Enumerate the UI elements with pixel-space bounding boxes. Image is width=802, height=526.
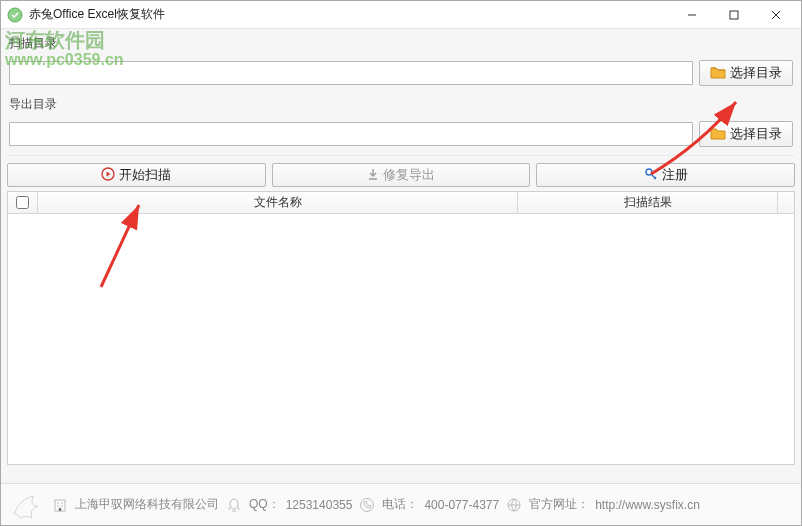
scan-dir-browse-button[interactable]: 选择目录 [699,60,793,86]
column-scan-result[interactable]: 扫描结果 [518,192,778,213]
footer: 上海甲驭网络科技有限公司 QQ： 1253140355 电话： 400-077-… [1,483,801,525]
company-name: 上海甲驭网络科技有限公司 [75,496,219,513]
register-button[interactable]: 注册 [536,163,795,187]
action-bar: 开始扫描 修复导出 注册 [1,159,801,191]
folder-icon [710,65,726,82]
scan-dir-label: 扫描目录 [1,33,801,56]
register-label: 注册 [662,166,688,184]
scan-dir-browse-label: 选择目录 [730,64,782,82]
folder-icon [710,126,726,143]
window-controls [671,3,797,27]
titlebar: 赤兔Office Excel恢复软件 [1,1,801,29]
play-icon [101,167,115,184]
start-scan-button[interactable]: 开始扫描 [7,163,266,187]
minimize-button[interactable] [671,3,713,27]
building-icon [51,496,69,514]
repair-export-label: 修复导出 [383,166,435,184]
app-icon [7,7,23,23]
tel-value: 400-077-4377 [424,498,499,512]
key-icon [644,167,658,184]
globe-icon [505,496,523,514]
start-scan-label: 开始扫描 [119,166,171,184]
svg-rect-1 [730,11,738,19]
results-list: 文件名称 扫描结果 [7,191,795,465]
maximize-button[interactable] [713,3,755,27]
repair-export-button[interactable]: 修复导出 [272,163,531,187]
svg-point-5 [230,499,238,509]
list-body [8,214,794,464]
content-area: 河东软件园 www.pc0359.cn 扫描目录 选择目录 导出目录 选择目录 [1,29,801,525]
list-header: 文件名称 扫描结果 [8,192,794,214]
export-dir-browse-button[interactable]: 选择目录 [699,121,793,147]
qq-label: QQ： [249,496,280,513]
company-logo-icon [9,489,45,521]
close-button[interactable] [755,3,797,27]
export-dir-browse-label: 选择目录 [730,125,782,143]
site-link[interactable]: http://www.sysfix.cn [595,498,700,512]
export-dir-row: 选择目录 [1,117,801,155]
select-all-checkbox[interactable] [16,196,29,209]
qq-icon [225,496,243,514]
export-dir-label: 导出目录 [1,94,801,117]
qq-value: 1253140355 [286,498,353,512]
column-checkbox[interactable] [8,192,38,213]
scan-dir-input[interactable] [9,61,693,85]
window-title: 赤兔Office Excel恢复软件 [29,6,671,23]
download-icon [367,168,379,183]
tel-label: 电话： [382,496,418,513]
column-filename[interactable]: 文件名称 [38,192,518,213]
export-dir-input[interactable] [9,122,693,146]
phone-icon [358,496,376,514]
site-label: 官方网址： [529,496,589,513]
scan-dir-row: 选择目录 [1,56,801,94]
